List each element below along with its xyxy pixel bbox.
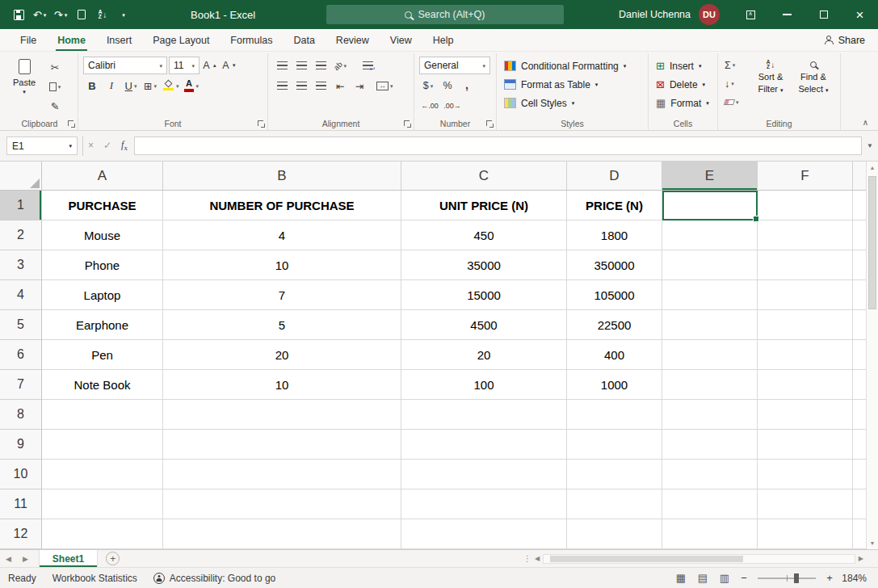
cell-C10[interactable] (401, 460, 567, 489)
cell-F7[interactable] (758, 370, 853, 400)
formula-bar-expand-icon[interactable]: ▼ (862, 142, 878, 149)
tab-review[interactable]: Review (326, 29, 380, 51)
zoom-level[interactable]: 184% (839, 573, 870, 584)
accounting-format-button[interactable]: $▾ (419, 78, 437, 94)
cell-E11[interactable] (662, 489, 758, 519)
share-button[interactable]: Share (824, 29, 865, 51)
cell-A4[interactable]: Laptop (42, 280, 163, 310)
column-header-C[interactable]: C (401, 162, 567, 190)
format-as-table-button[interactable]: Format as Table▾ (502, 76, 643, 93)
cell-A6[interactable]: Pen (42, 340, 163, 370)
clear-button[interactable]: ▾ (723, 94, 747, 111)
horizontal-scroll-thumb[interactable] (550, 556, 743, 562)
cell-B10[interactable] (163, 460, 401, 489)
zoom-slider[interactable] (758, 578, 816, 579)
row-header-11[interactable]: 11 (0, 489, 42, 519)
tab-split-handle[interactable]: ⋮ (523, 554, 531, 563)
new-sheet-button[interactable]: + (106, 552, 120, 565)
vertical-scrollbar[interactable]: ▲ ▼ (866, 162, 878, 549)
cell-B1[interactable]: NUMBER OF PURCHASE (163, 191, 401, 220)
row-header-10[interactable]: 10 (0, 460, 42, 489)
cell-D9[interactable] (567, 430, 662, 460)
cell-D11[interactable] (567, 489, 662, 519)
vertical-scroll-thumb[interactable] (868, 176, 876, 309)
font-size-combo[interactable]: 11▾ (169, 57, 200, 74)
cell-E2[interactable] (662, 220, 758, 250)
cell-styles-button[interactable]: Cell Styles▾ (502, 94, 643, 111)
cell-B11[interactable] (163, 489, 401, 519)
workbook-statistics-button[interactable]: Workbook Statistics (44, 568, 145, 588)
borders-button[interactable]: ⊞▾ (141, 78, 159, 94)
column-header-A[interactable]: A (42, 162, 163, 190)
column-header-D[interactable]: D (567, 162, 662, 190)
zoom-slider-thumb[interactable] (794, 573, 799, 583)
cell-D2[interactable]: 1800 (567, 220, 662, 250)
maximize-button[interactable] (805, 0, 842, 29)
tab-home[interactable]: Home (47, 29, 96, 51)
cell-D3[interactable]: 350000 (567, 250, 662, 280)
user-name[interactable]: Daniel Uchenna (619, 9, 691, 20)
decrease-font-size-button[interactable]: A▼ (221, 57, 238, 74)
page-break-view-button[interactable]: ▥ (715, 569, 734, 587)
zoom-out-button[interactable]: − (737, 572, 751, 584)
cell-F5[interactable] (758, 310, 853, 340)
font-name-combo[interactable]: Calibri▾ (83, 57, 167, 74)
row-header-7[interactable]: 7 (0, 370, 42, 400)
row-header-4[interactable]: 4 (0, 280, 42, 310)
close-button[interactable]: × (842, 0, 878, 29)
undo-button[interactable]: ↶▾ (29, 2, 50, 27)
cell-C3[interactable]: 35000 (401, 250, 567, 280)
underline-button[interactable]: U▾ (122, 78, 140, 94)
cell-D6[interactable]: 400 (567, 340, 662, 370)
decrease-decimal-button[interactable]: .00→ (442, 98, 463, 115)
increase-indent-button[interactable]: ⇥ (351, 78, 368, 94)
delete-cells-button[interactable]: ⊠Delete▾ (653, 76, 712, 93)
number-dialog-launcher-icon[interactable] (485, 120, 494, 128)
sheet-nav-right-icon[interactable]: ▶ (17, 555, 34, 563)
horizontal-scrollbar[interactable] (543, 554, 855, 564)
bottom-align-button[interactable] (312, 57, 330, 74)
accessibility-status[interactable]: Accessibility: Good to go (145, 568, 284, 588)
cell-E7[interactable] (662, 370, 758, 400)
cell-A7[interactable]: Note Book (42, 370, 163, 400)
column-header-E[interactable]: E (662, 162, 758, 190)
cell-B6[interactable]: 20 (163, 340, 401, 370)
percent-style-button[interactable]: % (439, 78, 456, 94)
tab-view[interactable]: View (380, 29, 422, 51)
cell-D5[interactable]: 22500 (567, 310, 662, 340)
decrease-indent-button[interactable]: ⇤ (331, 78, 349, 94)
format-painter-button[interactable]: ✎ (46, 98, 64, 115)
alignment-dialog-launcher-icon[interactable] (403, 120, 411, 128)
tab-help[interactable]: Help (422, 29, 464, 51)
tab-data[interactable]: Data (283, 29, 325, 51)
normal-view-button[interactable]: ▦ (671, 569, 691, 587)
top-align-button[interactable] (273, 57, 291, 74)
search-box[interactable]: Search (Alt+Q) (326, 5, 564, 24)
cell-E3[interactable] (662, 250, 758, 280)
cell-E4[interactable] (662, 280, 758, 310)
comma-style-button[interactable]: , (458, 78, 476, 94)
cell-A10[interactable] (42, 460, 163, 489)
cell-C8[interactable] (401, 400, 567, 430)
enter-icon[interactable]: ✓ (103, 140, 111, 151)
cell-F2[interactable] (758, 220, 853, 250)
cell-C1[interactable]: UNIT PRICE (N) (401, 191, 567, 220)
orientation-button[interactable]: ab▾ (331, 57, 349, 74)
collapse-ribbon-button[interactable]: ∧ (863, 118, 868, 127)
cell-C6[interactable]: 20 (401, 340, 567, 370)
cell-F8[interactable] (758, 400, 853, 430)
copy-button[interactable]: ▾ (46, 78, 64, 95)
cell-B9[interactable] (163, 430, 401, 460)
cell-B3[interactable]: 10 (163, 250, 401, 280)
tab-page-layout[interactable]: Page Layout (142, 29, 220, 51)
conditional-formatting-button[interactable]: Conditional Formatting▾ (502, 57, 643, 74)
increase-font-size-button[interactable]: A▲ (201, 57, 219, 74)
cell-B5[interactable]: 5 (163, 310, 401, 340)
column-header-B[interactable]: B (163, 162, 401, 190)
sort-ascending-button[interactable]: AZ↓ (92, 2, 113, 27)
cell-F10[interactable] (758, 460, 853, 489)
cell-C4[interactable]: 15000 (401, 280, 567, 310)
cell-B2[interactable]: 4 (163, 220, 401, 250)
increase-decimal-button[interactable]: ←.00 (419, 98, 440, 115)
row-header-12[interactable]: 12 (0, 519, 42, 549)
